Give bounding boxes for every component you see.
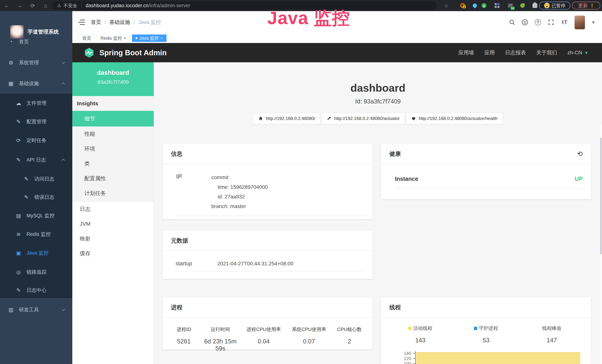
search-icon[interactable] [509,11,516,33]
sidebar-item-label: Redis 监控 [27,231,51,237]
breadcrumb-infra[interactable]: 基础设施 [109,19,130,26]
user-avatar[interactable] [575,16,585,29]
java-monitor-icon [15,250,22,256]
legend-daemon: 守护进程 53 [453,325,519,344]
side-item-config-props[interactable]: 配置属性 [72,171,154,186]
hamburger-icon[interactable] [78,20,85,25]
close-icon[interactable]: × [161,36,163,41]
caret-down-icon[interactable] [585,50,588,56]
app-sidebar: 芋道管理系统 首页 系统管理 基础设施 文件管理 配置管理 定时任务 [0,11,72,364]
sidebar-item-java[interactable]: Java 监控 [0,246,72,260]
health-row[interactable]: Instance UP [395,176,583,189]
edit-icon [15,119,22,125]
threads-chart: 140 120 100 [387,351,585,364]
sidebar-item-error-log[interactable]: 错误日志 [0,190,72,204]
address-bar[interactable]: 不安全 dashboard.yudao.iocoder.cn/infra/adm… [53,1,437,10]
sidebar-item-system[interactable]: 系统管理 [0,56,72,70]
process-card: 进程 进程ID 5261 运行时间 6d 23h 15m 59s 进程CPU使用… [163,297,373,350]
home-icon[interactable] [42,0,50,11]
side-item-performance[interactable]: 性能 [72,127,154,141]
service-url-button[interactable]: http://192.168.0.2:48080/ [253,113,320,124]
nav-about[interactable]: 关于我们 [536,49,557,56]
sidebar-item-redis[interactable]: Redis 监控 [0,227,72,241]
bookmark-star-icon[interactable] [444,0,449,11]
locale-select[interactable]: zh-CN [568,50,582,56]
breadcrumb: 首页 基础设施 Java 监控 [91,11,161,33]
font-size-icon[interactable] [562,11,568,33]
sba-nav-links: 应用墙 应用 日志报表 关于我们 zh-CN [459,49,588,56]
nav-applications[interactable]: 应用 [484,49,495,56]
card-title: 进程 [163,297,373,318]
content-scrollbar[interactable] [600,125,602,364]
sidebar-item-job[interactable]: 定时任务 [0,133,72,147]
gear-icon [8,60,14,66]
update-button[interactable]: 更新 [572,2,600,10]
chevron-up-icon [62,159,65,162]
tab-redis[interactable]: Redis 监控 × [97,34,130,42]
heart-icon [411,116,416,121]
extensions-puzzle-icon[interactable] [532,3,537,8]
extension-pin-icon[interactable] [472,3,478,8]
sidebar-item-dev-tools[interactable]: 研发工具 [0,303,72,317]
extension-ring-icon[interactable]: 1 [460,3,465,8]
extension-leaf-icon[interactable] [520,3,525,8]
card-title: 健康 [389,150,401,157]
sidebar-item-trace[interactable]: 链路追踪 [0,265,72,279]
cloud-upload-icon [15,100,22,106]
tab-label: Java 监控 [139,35,159,41]
security-label[interactable]: 不安全 [64,3,77,9]
help-icon[interactable] [535,11,541,33]
side-item-environment[interactable]: 环境 [72,141,154,156]
fullscreen-icon[interactable] [548,11,554,33]
git-branch-line: branch: master [211,202,366,211]
sidebar-item-config[interactable]: 配置管理 [0,115,72,129]
side-item-details[interactable]: 细节 [72,111,154,127]
health-url-button[interactable]: http://192.168.0.2:48080/actuator/health [406,113,503,124]
card-body: 活动线程 143 守护进程 53 线程峰值 147 140 [381,318,591,364]
spring-boot-admin: Spring Boot Admin 应用墙 应用 日志报表 关于我们 zh-CN… [72,43,602,364]
sidebar-item-mysql[interactable]: MySQL 监控 [0,209,72,223]
scrollbar-thumb[interactable] [600,138,602,254]
legend-value: 143 [387,337,453,344]
screen: 不安全 dashboard.yudao.iocoder.cn/infra/adm… [0,0,602,364]
close-icon[interactable]: × [124,36,126,41]
sidebar-item-log-center[interactable]: 日志中心 [0,283,72,297]
side-item-logs[interactable]: 日志 [72,202,154,216]
sidebar-item-home[interactable]: 首页 [0,35,72,49]
paused-label: 已暂停 [552,3,566,9]
sidebar-item-api-log[interactable]: API 日志 [0,153,72,167]
caret-down-icon[interactable] [592,11,595,33]
sidebar-item-file[interactable]: 文件管理 [0,96,72,110]
back-icon[interactable] [3,0,11,11]
column-header: 系统CPU使用率 [285,326,333,333]
nav-wall[interactable]: 应用墙 [459,49,474,56]
extension-list-icon[interactable]: on [508,3,513,8]
side-item-mappings[interactable]: 映射 [72,231,154,246]
active-dot [136,37,137,39]
nav-journal[interactable]: 日志报表 [505,49,526,56]
side-item-caches[interactable]: 缓存 [72,246,154,261]
paused-chip[interactable]: 已暂停 [539,2,570,10]
tab-java[interactable]: Java 监控 × [132,34,166,42]
metadata-value: 2021-04-27T00:44:31.254+08:00 [217,260,364,267]
github-icon[interactable] [521,11,528,33]
kebab-menu-icon[interactable] [590,3,594,9]
card-body: 进程ID 5261 运行时间 6d 23h 15m 59s 进程CPU使用率 0… [163,318,373,352]
tab-home[interactable]: 首页 [79,34,95,42]
side-item-classes[interactable]: 类 [72,156,154,171]
sidebar-item-access-log[interactable]: 访问日志 [0,172,72,186]
annotation-text: Java 监控 [267,6,350,30]
update-label: 更新 [578,2,588,9]
sidebar-item-infra[interactable]: 基础设施 [0,76,72,90]
reload-icon[interactable] [29,0,37,11]
history-icon[interactable] [577,144,583,164]
extension-grid-icon[interactable] [495,3,499,8]
cell-value: 0.04 [242,338,285,345]
extension-y-icon[interactable]: y [482,3,486,8]
forward-icon[interactable] [16,0,24,11]
extension-on-badge: on [511,7,515,10]
actuator-url-button[interactable]: http://192.168.0.2:48080/actuator [322,113,405,124]
side-item-scheduled-tasks[interactable]: 计划任务 [72,186,154,201]
side-item-jvm[interactable]: JVM [72,216,154,231]
breadcrumb-home[interactable]: 首页 [91,19,101,26]
